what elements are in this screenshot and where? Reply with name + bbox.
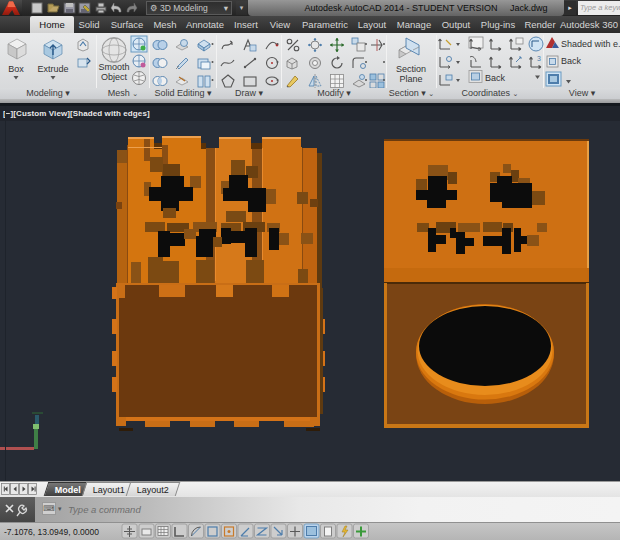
- svg-text:Smooth: Smooth: [98, 62, 129, 72]
- svg-text:Back: Back: [485, 73, 506, 83]
- svg-text:Plane: Plane: [399, 74, 422, 84]
- svg-text:Extrude: Extrude: [37, 64, 68, 74]
- svg-text:3: 3: [537, 55, 541, 62]
- svg-text:Section: Section: [396, 64, 426, 74]
- svg-text:Back: Back: [561, 56, 582, 66]
- svg-text:Box: Box: [8, 64, 24, 74]
- svg-text:Object: Object: [101, 72, 128, 82]
- svg-text:Shaded with e...: Shaded with e...: [561, 39, 620, 49]
